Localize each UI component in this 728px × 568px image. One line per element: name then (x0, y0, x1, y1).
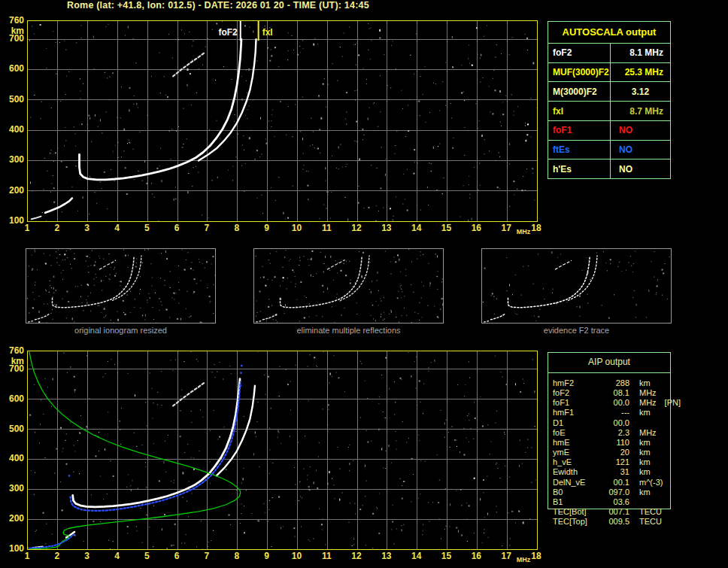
y-axis-tick-label: 200 (0, 514, 24, 523)
autoscala-row-label: ftEs (548, 141, 611, 159)
aip-row-label: h_vE (553, 457, 596, 467)
x-axis-tick-label: 4 (106, 551, 127, 560)
aip-row-value: 009.5 (596, 517, 629, 527)
y-axis-unit-label: km (0, 26, 24, 35)
aip-row-label: B0 (553, 488, 596, 497)
aip-row-value: 00.1 (596, 478, 629, 488)
aip-row-value: --- (596, 408, 629, 418)
aip-row-label: foF1 (553, 398, 596, 408)
thumbnail-eliminate-reflections (253, 248, 444, 323)
aip-row-value: 31 (596, 467, 629, 477)
autoscala-table-rows: foF28.1 MHzMUF(3000)F225.3 MHzM(3000)F23… (548, 44, 670, 178)
fxi-marker-label: fxI (262, 28, 273, 38)
autoscala-row-muf3000f2: MUF(3000)F225.3 MHz (548, 63, 670, 83)
aip-row-label: TEC[Top] (553, 517, 596, 527)
aip-row-label: hmF1 (553, 408, 596, 418)
autoscala-row-label: fxI (548, 102, 611, 120)
aip-row-value: 121 (596, 457, 629, 467)
x-axis-tick-label: 1 (17, 223, 38, 232)
aip-row-value: 2.3 (596, 428, 629, 438)
autoscala-row-value: NO (611, 159, 670, 178)
aip-row-label: ymE (553, 448, 596, 457)
aip-row-unit: MHz (639, 428, 657, 438)
aip-row-delnve: DelN_vE00.1m^(-3) (553, 478, 726, 488)
aip-row-ewidth: Ewidth31km (553, 467, 726, 477)
aip-row-label: B1 (553, 497, 596, 507)
aip-row-hve: h_vE121km (553, 457, 726, 467)
y-axis-tick-label: 400 (0, 454, 24, 463)
x-axis-tick-label: 8 (226, 223, 247, 232)
aip-row-label: DelN_vE (553, 478, 596, 488)
aip-row-foe: foE2.3MHz (553, 428, 726, 438)
aip-row-value: 097.0 (596, 488, 629, 497)
aip-row-value: 288 (596, 378, 629, 388)
x-axis-tick-label: 11 (316, 551, 337, 560)
autoscala-row-ftes: ftEsNO (548, 141, 670, 160)
y-axis-tick-label: 300 (0, 484, 24, 493)
bottom-ionogram-canvas (28, 351, 537, 549)
x-axis-tick-label: 14 (406, 223, 427, 232)
aip-row-hme: hmE110km (553, 438, 726, 448)
x-axis-tick-label: 12 (346, 223, 367, 232)
thumbnail-evidence-f2 (481, 248, 672, 323)
autoscala-row-value: 3.12 (611, 82, 670, 101)
aip-row-label: hmE (553, 438, 596, 448)
y-axis-tick-label: 760 (0, 346, 24, 355)
x-axis-tick-label: 2 (47, 551, 68, 560)
x-axis-tick-label: 15 (436, 551, 457, 560)
aip-row-unit: km (639, 488, 651, 497)
y-axis-tick-label: 300 (0, 155, 24, 164)
aip-row-unit: km (639, 448, 651, 457)
aip-row-tecbot: TEC[Bot]007.1TECU (553, 507, 726, 517)
aip-row-fof1: foF100.0MHz[PN] (553, 398, 726, 408)
thumbnail-eliminate-canvas (254, 249, 443, 323)
top-ionogram-canvas (28, 21, 537, 221)
x-axis-tick-label: 14 (406, 551, 427, 560)
y-axis-tick-label: 200 (0, 186, 24, 195)
x-axis-tick-label: 16 (466, 223, 487, 232)
x-axis-tick-label: 6 (166, 223, 187, 232)
aip-row-unit: km (639, 408, 651, 418)
x-axis-tick-label: 9 (256, 223, 278, 232)
aip-row-unit: MHz (639, 388, 657, 398)
y-axis-tick-label: 400 (0, 125, 24, 134)
aip-row-label: TEC[Bot] (553, 507, 596, 517)
aip-row-unit: km (639, 378, 651, 388)
top-ionogram-plot: foF2 fxI (27, 20, 538, 222)
x-axis-tick-label: 13 (376, 223, 397, 232)
aip-row-value: 110 (596, 438, 629, 448)
aip-table-header: AIP output (548, 353, 670, 373)
autoscala-row-value: 8.7 MHz (611, 102, 670, 120)
x-axis-tick-label: 6 (166, 551, 187, 560)
autoscala-row-value: NO (611, 141, 670, 159)
aip-output-table: AIP output hmF2288kmfoF208.1MHzfoF100.0M… (548, 352, 671, 509)
aip-row-fof2: foF208.1MHz (553, 388, 726, 398)
y-axis-tick-label: 760 (0, 16, 24, 25)
aip-row-value: 03.6 (596, 497, 629, 507)
aip-row-label: foF2 (553, 388, 596, 398)
autoscala-row-value: 25.3 MHz (611, 63, 670, 82)
aip-row-hmf1: hmF1---km (553, 408, 726, 418)
y-axis-tick-label: 600 (0, 394, 24, 403)
y-axis-unit-label: km (0, 357, 24, 366)
aip-row-value: 20 (596, 448, 629, 457)
aip-row-hmf2: hmF2288km (553, 378, 726, 388)
aip-row-unit: m^(-3) (639, 478, 663, 488)
aip-row-unit: TECU (639, 517, 662, 527)
x-axis-tick-label: 7 (196, 223, 217, 232)
autoscala-output-screen: Rome (lat: +41.8, lon: 012.5) - DATE: 20… (0, 0, 728, 568)
aip-row-b0: B0097.0km (553, 488, 726, 497)
autoscala-row-label: foF2 (548, 44, 611, 62)
x-axis-tick-label: 10 (286, 551, 307, 560)
y-axis-tick-label: 500 (0, 424, 24, 433)
x-axis-unit-label: MHz (515, 555, 532, 564)
autoscala-row-label: MUF(3000)F2 (548, 63, 611, 82)
aip-row-value: 00.0 (596, 418, 629, 428)
aip-row-unit: km (639, 438, 651, 448)
autoscala-row-hes: h'EsNO (548, 159, 670, 178)
aip-row-unit: km (639, 467, 651, 477)
thumbnail-caption-evidence: evidence F2 trace (481, 326, 672, 335)
aip-row-label: hmF2 (553, 378, 596, 388)
autoscala-row-fof2: foF28.1 MHz (548, 44, 670, 63)
aip-row-tectop: TEC[Top]009.5TECU (553, 517, 726, 527)
